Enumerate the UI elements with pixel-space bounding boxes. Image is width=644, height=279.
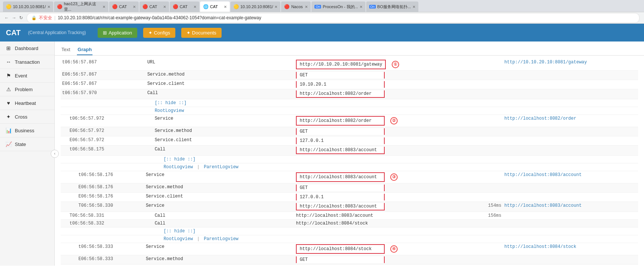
callout-2: ② <box>390 117 398 124</box>
table-row: [:: hide ::] <box>61 227 638 235</box>
lock-icon: 🔒 <box>31 16 37 20</box>
tab-5[interactable]: 🔴 CAT ✕ <box>170 1 199 12</box>
sidebar-label-heartbeat: Heartbeat <box>15 100 36 106</box>
rootlogview-link-3[interactable]: RootLogview <box>163 236 193 242</box>
table-row: t06:56:57.970 Call http://localhost:8082… <box>61 89 638 99</box>
sidebar-item-business[interactable]: 📊 Business <box>0 124 54 137</box>
content-tabs: Text Graph <box>55 41 644 56</box>
hide-link-1[interactable]: [:: hide ::] <box>155 100 186 106</box>
rootlogview-link-2[interactable]: RootLogview <box>163 165 193 170</box>
duration-cell <box>462 59 503 71</box>
value-cell: http://10.10.20.10:8081/gateway ① <box>294 59 462 71</box>
sidebar-item-state[interactable]: 📈 State <box>0 137 54 151</box>
tab-6-active[interactable]: 🌐 CAT ✕ <box>200 1 230 12</box>
security-label: 不安全 <box>39 15 52 21</box>
tab-7[interactable]: 🟡 10.10.20.10:8081/ ✕ <box>230 1 281 12</box>
tab-close-1[interactable]: ✕ <box>47 5 50 9</box>
transaction-icon: ↔ <box>5 59 12 65</box>
app-header: CAT (Central Application Tracking) ⊞ App… <box>0 24 644 41</box>
sidebar-item-transaction[interactable]: ↔ Transaction <box>0 55 54 69</box>
callout-1: ① <box>392 61 399 68</box>
table-row: T06:56:58.331 Call http://localhost:8083… <box>61 212 638 220</box>
forward-icon[interactable]: → <box>12 15 16 20</box>
event-icon: ⚑ <box>5 73 12 79</box>
tab-graph[interactable]: Graph <box>77 44 92 55</box>
tab-3[interactable]: 🔴 CAT ✕ <box>109 1 139 12</box>
table-row: t06:56:58.332 Call http://localhost:8084… <box>61 220 638 227</box>
sidebar-label-cross: Cross <box>15 114 27 120</box>
tab-2[interactable]: 🔴 hao123_上网从这里... ✕ <box>54 1 108 12</box>
tab-text[interactable]: Text <box>61 44 71 55</box>
table-row: [:: hide ::] <box>61 99 638 107</box>
hide-link-2[interactable]: [:: hide ::] <box>163 157 195 162</box>
sidebar-item-dashboard[interactable]: ⊞ Dashboard <box>0 41 54 55</box>
sidebar-item-cross[interactable]: ✦ Cross <box>0 110 54 124</box>
table-row: E06:56:57.867 Service.method GET <box>61 71 638 80</box>
cross-icon: ✦ <box>5 114 12 120</box>
type-cell: URL <box>146 59 294 71</box>
tab-8[interactable]: 🔴 Nacos ✕ <box>281 1 311 12</box>
address-bar: ← → ↻ 🔒 不安全 | 10.10.20.10:8080/cat/r/m/c… <box>0 12 644 24</box>
state-icon: 📈 <box>5 141 12 147</box>
nav-icons[interactable]: ← → ↻ <box>4 15 23 20</box>
documents-label: Documents <box>192 30 216 36</box>
application-icon: ⊞ <box>103 30 107 36</box>
application-label: Application <box>108 30 132 36</box>
sidebar-label-dashboard: Dashboard <box>15 46 38 51</box>
sidebar-item-problem[interactable]: ⚠ Problem <box>0 83 54 96</box>
url-text: 10.10.20.10:8080/cat/r/m/cat-example-gat… <box>58 15 261 20</box>
table-row: E06:56:58.333 Service.client 127.0.0.1 <box>61 265 638 266</box>
table-row: E06:56:57.972 Service.client 127.0.0.1 <box>61 136 638 146</box>
tab-9[interactable]: On ProcessOn - 我的... ✕ <box>311 1 365 12</box>
table-row: t06:56:58.175 Call http://localhost:8083… <box>61 146 638 156</box>
time-cell: E06:56:57.867 <box>61 71 146 80</box>
extra-cell: http://10.10.20.10:8081/gateway <box>503 59 638 71</box>
application-button[interactable]: ⊞ Application <box>98 28 137 38</box>
table-row: [:: hide ::] <box>61 156 638 163</box>
rootlogview-link-1[interactable]: RootLogview <box>155 108 184 113</box>
callout-3: ③ <box>390 173 398 181</box>
business-icon: 📊 <box>5 127 12 133</box>
table-row: E06:56:58.176 Service.method GET <box>61 183 638 193</box>
table-row: T06:56:58.330 Service http://localhost:8… <box>61 202 638 212</box>
table-row: E06:56:58.176 Service.client 127.0.0.1 <box>61 193 638 202</box>
tab-1[interactable]: 🟡 10.10.20.10:8081/ ✕ <box>3 1 53 12</box>
sidebar-item-event[interactable]: ⚑ Event <box>0 69 54 83</box>
sidebar: ⊞ Dashboard ↔ Transaction ⚑ Event ⚠ Prob… <box>0 41 55 266</box>
url-box[interactable]: 🔒 不安全 | 10.10.20.10:8080/cat/r/m/cat-exa… <box>27 13 640 23</box>
box1-url: http://10.10.20.10:8081/gateway <box>300 62 382 67</box>
parentlogview-link-2[interactable]: ParentLogview <box>204 236 239 242</box>
browser-tabs: 🟡 10.10.20.10:8081/ ✕ 🔴 hao123_上网从这里... … <box>0 0 644 12</box>
sidebar-collapse-button[interactable]: ‹ <box>51 150 59 158</box>
configs-button[interactable]: ✦ Configs <box>143 28 175 38</box>
table-row: t06:56:58.333 Service http://localhost:8… <box>61 243 638 255</box>
documents-button[interactable]: ✦ Documents <box>181 28 222 38</box>
heartbeat-icon: ♥ <box>5 100 12 106</box>
problem-icon: ⚠ <box>5 86 12 92</box>
app-subtitle: (Central Application Tracking) <box>28 30 86 35</box>
hide-link-3[interactable]: [:: hide ::] <box>163 229 195 234</box>
configs-icon: ✦ <box>148 30 152 36</box>
tab-10[interactable]: On BO服务网络拓扑... ✕ <box>366 1 418 12</box>
parentlogview-link-1[interactable]: ParentLogview <box>204 165 239 170</box>
table-row: E06:56:58.333 Service.method GET <box>61 255 638 265</box>
trace-table: t06:56:57.867 URL http://10.10.20.10:808… <box>61 59 638 266</box>
sidebar-label-business: Business <box>15 128 34 133</box>
sidebar-label-state: State <box>15 142 26 147</box>
tab-4[interactable]: 🔴 CAT ✕ <box>139 1 169 12</box>
main-layout: ⊞ Dashboard ↔ Transaction ⚑ Event ⚠ Prob… <box>0 41 644 266</box>
url-separator: | <box>54 15 55 20</box>
value-cell: GET <box>294 71 462 80</box>
time-cell: t06:56:57.867 <box>61 59 146 71</box>
documents-icon: ✦ <box>186 30 190 36</box>
sidebar-label-event: Event <box>15 73 27 79</box>
sidebar-item-heartbeat[interactable]: ♥ Heartbeat <box>0 96 54 110</box>
table-row: RootLogview | ParentLogview <box>61 235 638 243</box>
sidebar-label-transaction: Transaction <box>15 59 40 65</box>
refresh-icon[interactable]: ↻ <box>19 15 23 20</box>
table-row: E06:56:57.972 Service.method GET <box>61 127 638 136</box>
table-row: t06:56:58.176 Service http://localhost:8… <box>61 171 638 183</box>
back-icon[interactable]: ← <box>4 15 9 20</box>
trace-area: t06:56:57.867 URL http://10.10.20.10:808… <box>55 56 644 266</box>
configs-label: Configs <box>154 30 170 36</box>
